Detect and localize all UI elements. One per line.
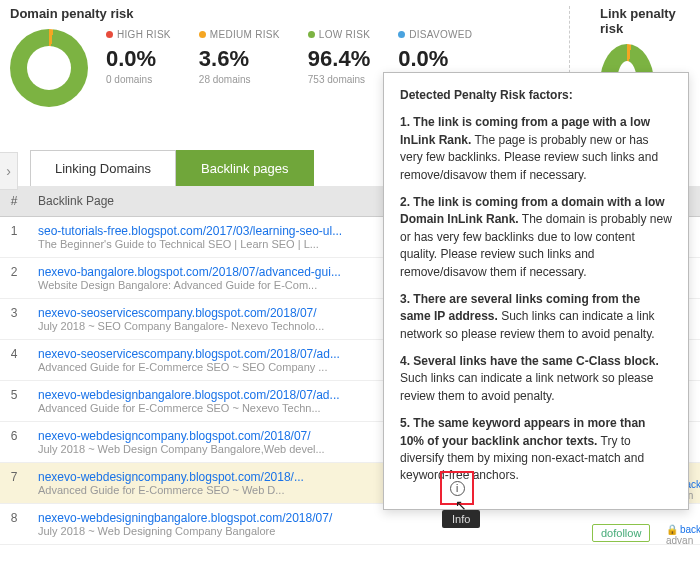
tab-linking-domains[interactable]: Linking Domains	[30, 150, 176, 186]
backlink-url[interactable]: nexevo-webdesigningbangalore.blogspot.co…	[38, 511, 378, 525]
backlink-desc: The Beginner's Guide to Technical SEO | …	[38, 238, 378, 250]
tooltip-item: 3. There are several links coming from t…	[400, 291, 672, 343]
backlink-url[interactable]: nexevo-seoservicescompany.blogspot.com/2…	[38, 347, 378, 361]
backlink-desc: Advanced Guide for E-Commerce SEO ~ Web …	[38, 484, 378, 496]
backlink-url[interactable]: nexevo-seoservicescompany.blogspot.com/2…	[38, 306, 378, 320]
backlink-url[interactable]: seo-tutorials-free.blogspot.com/2017/03/…	[38, 224, 378, 238]
backlink-desc: Advanced Guide for E-Commerce SEO ~ SEO …	[38, 361, 378, 373]
tooltip-item: 2. The link is coming from a domain with…	[400, 194, 672, 281]
dofollow-badge: dofollow	[592, 524, 650, 542]
penalty-risk-tooltip: Detected Penalty Risk factors: 1. The li…	[383, 72, 689, 510]
backlink-desc: July 2018 ~ Web Designing Company Bangal…	[38, 525, 378, 537]
tooltip-item: 4. Several links have the same C-Class b…	[400, 353, 672, 405]
backlink-desc: Advanced Guide for E-Commerce SEO ~ Nexe…	[38, 402, 378, 414]
cursor-icon: ↖	[455, 497, 467, 513]
backlink-url[interactable]: nexevo-bangalore.blogspot.com/2018/07/ad…	[38, 265, 378, 279]
tab-backlink-pages[interactable]: Backlink pages	[176, 150, 313, 186]
tooltip-item: 1. The link is coming from a page with a…	[400, 114, 672, 184]
domain-risk-donut	[10, 29, 88, 107]
info-icon[interactable]: i	[450, 481, 465, 496]
panel-title: Link penalty risk	[600, 6, 690, 36]
backlink-url[interactable]: nexevo-webdesigncompany.blogspot.com/201…	[38, 470, 378, 484]
backlink-url[interactable]: nexevo-webdesignbangalore.blogspot.com/2…	[38, 388, 378, 402]
backlink-desc: July 2018 ~ SEO Company Bangalore- Nexev…	[38, 320, 378, 332]
panel-title: Domain penalty risk	[10, 6, 539, 21]
anchor-col: 🔒back advan	[666, 524, 700, 546]
lock-icon: 🔒	[666, 524, 678, 535]
tooltip-title: Detected Penalty Risk factors:	[400, 87, 672, 104]
backlink-desc: July 2018 ~ Web Design Company Bangalore…	[38, 443, 378, 455]
expand-chevron[interactable]: ›	[0, 152, 18, 190]
backlink-url[interactable]: nexevo-webdesigncompany.blogspot.com/201…	[38, 429, 378, 443]
col-num[interactable]: #	[0, 186, 28, 217]
backlink-desc: Website Design Bangalore: Advanced Guide…	[38, 279, 378, 291]
